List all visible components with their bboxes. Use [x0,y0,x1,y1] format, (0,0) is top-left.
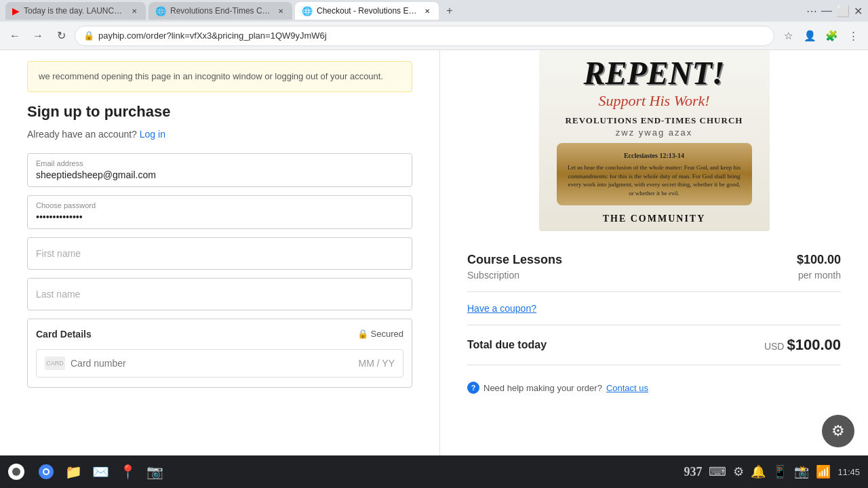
extensions-icon[interactable]: 🧩 [822,26,841,45]
product-image: REPENT! Support His Work! REVOLUTIONS EN… [539,50,770,231]
page-content: we recommend opening this page in an inc… [0,50,868,455]
password-input[interactable] [36,211,403,222]
phone-icon[interactable]: 📱 [772,464,787,479]
taskbar-left [8,464,24,480]
lock-icon: 🔒 [83,30,94,41]
course-info: Course Lessons $100.00 [467,242,841,267]
tab-checkout-label: Checkout - Revolutions End-Tim... [317,6,418,16]
tab-revolutions-label: Revolutions End-Times Church [170,6,272,16]
lock-secured-icon: 🔒 [357,329,368,339]
right-panel: REPENT! Support His Work! REVOLUTIONS EN… [439,50,868,455]
notifications-icon[interactable]: 🔔 [751,464,766,479]
browser-frame: ▶ Today is the day. LAUNCHING N... ✕ 🌐 R… [0,0,868,488]
verse-ref: Ecclesiastes 12:13-14 [568,151,741,161]
password-label: Choose password [36,201,403,209]
already-account-text: Already have an account? Log in [27,129,412,140]
taskbar-gmail-icon[interactable]: ✉️ [90,461,111,483]
address-bar[interactable]: 🔒 payhip.com/order?link=vfXx3&pricing_pl… [75,26,774,46]
scroll-container: Ecclesiastes 12:13-14 Let us hear the co… [557,143,752,205]
sign-up-section: Sign up to purchase Already have an acco… [0,103,439,388]
nav-bar: ← → ↻ 🔒 payhip.com/order?link=vfXx3&pric… [0,22,868,50]
reload-button[interactable]: ↻ [52,26,71,45]
tab-revolutions[interactable]: 🌐 Revolutions End-Times Church ✕ [149,2,292,20]
tab-checkout-icon: 🌐 [302,6,313,16]
svg-point-2 [44,470,48,474]
url-text: payhip.com/order?link=vfXx3&pricing_plan… [98,30,327,41]
subscription-row: Subscription per month [467,270,841,281]
card-details-title: Card Details [36,329,92,340]
taskbar-camera-icon[interactable]: 📷 [144,461,165,483]
repent-text: REPENT! [583,57,724,89]
window-controls: ⋯ — ⬜ ✕ [806,5,863,18]
per-month: per month [798,270,841,281]
card-brand-icon: CARD [45,357,65,370]
verse-text: Let us hear the conclusion of the whole … [568,163,741,197]
time-display: 11:45 [837,467,860,477]
tab-revolutions-icon: 🌐 [155,6,166,16]
secured-badge: 🔒 Secured [357,329,403,339]
taskbar-files-icon[interactable]: 📁 [62,461,84,483]
decorative-chars: zwz ywag azax [616,127,692,138]
first-name-field-container [27,237,412,270]
title-bar: ▶ Today is the day. LAUNCHING N... ✕ 🌐 R… [0,0,868,22]
divider-3 [467,365,841,365]
email-input[interactable] [36,169,403,180]
last-name-field-container [27,278,412,310]
new-tab-button[interactable]: + [441,3,458,19]
total-label: Total due today [467,339,547,351]
total-currency: USD [764,341,785,352]
youtube-icon: ▶ [12,5,20,16]
password-field-container: Choose password [27,195,412,229]
close-window-icon[interactable]: ✕ [854,5,863,18]
keyboard-icon[interactable]: ⌨ [709,464,726,479]
bookmark-icon[interactable]: ☆ [778,26,797,45]
system-tray-number: 937 [684,465,702,479]
total-row: Total due today USD$100.00 [467,336,841,365]
restore-icon[interactable]: ⬜ [836,5,850,18]
community-label: THE COMMUNITY [603,214,706,224]
left-panel: we recommend opening this page in an inc… [0,50,439,455]
support-text: Support His Work! [598,92,709,110]
first-name-input[interactable] [36,248,403,259]
back-button[interactable]: ← [5,26,24,45]
card-number-input[interactable] [71,358,353,369]
email-field-container: Email address [27,153,412,187]
contact-link[interactable]: Contact us [606,383,648,393]
total-amount: USD$100.00 [764,336,841,354]
login-link[interactable]: Log in [140,129,165,140]
tab-revolutions-close[interactable]: ✕ [276,6,285,16]
help-row: ? Need help making your order? Contact u… [467,376,841,394]
secured-label: Secured [371,329,403,339]
wifi-icon: 📶 [816,464,831,479]
coupon-link[interactable]: Have a coupon? [467,303,841,314]
taskbar-chrome-icon[interactable] [35,461,57,483]
taskbar-settings-icon[interactable]: ⚙ [733,464,744,479]
card-details-section: Card Details 🔒 Secured CARD MM / YY [27,319,412,388]
floating-settings-button[interactable]: ⚙ [822,415,854,447]
tab-checkout[interactable]: 🌐 Checkout - Revolutions End-Tim... ✕ [295,2,439,20]
tab-youtube-close[interactable]: ✕ [130,6,139,16]
maximize-icon[interactable]: — [821,5,832,17]
last-name-input[interactable] [36,289,403,300]
taskbar: 📁 ✉️ 📍 📷 937 ⌨ ⚙ 🔔 📱 📸 📶 11:45 [0,455,868,488]
card-details-header: Card Details 🔒 Secured [36,329,403,340]
profile-icon[interactable]: 👤 [800,26,819,45]
taskbar-launcher[interactable] [8,464,24,480]
help-text: Need help making your order? [484,383,602,393]
subscription-label: Subscription [467,270,519,281]
minimize-icon[interactable]: ⋯ [806,5,817,18]
tab-youtube[interactable]: ▶ Today is the day. LAUNCHING N... ✕ [5,2,146,20]
sign-up-title: Sign up to purchase [27,103,412,121]
menu-icon[interactable]: ⋮ [844,26,863,45]
help-icon: ? [467,382,479,394]
church-name: REVOLUTIONS END-TIMES CHURCH [566,115,743,126]
product-image-content: REPENT! Support His Work! REVOLUTIONS EN… [539,50,770,231]
forward-button[interactable]: → [28,26,47,45]
divider-2 [467,325,841,325]
screenshot-icon[interactable]: 📸 [794,464,809,479]
tab-youtube-label: Today is the day. LAUNCHING N... [24,6,125,16]
taskbar-maps-icon[interactable]: 📍 [117,461,138,483]
system-tray: 937 ⌨ ⚙ 🔔 📱 📸 📶 11:45 [684,464,860,479]
tab-checkout-close[interactable]: ✕ [422,6,432,16]
email-label: Email address [36,159,403,167]
